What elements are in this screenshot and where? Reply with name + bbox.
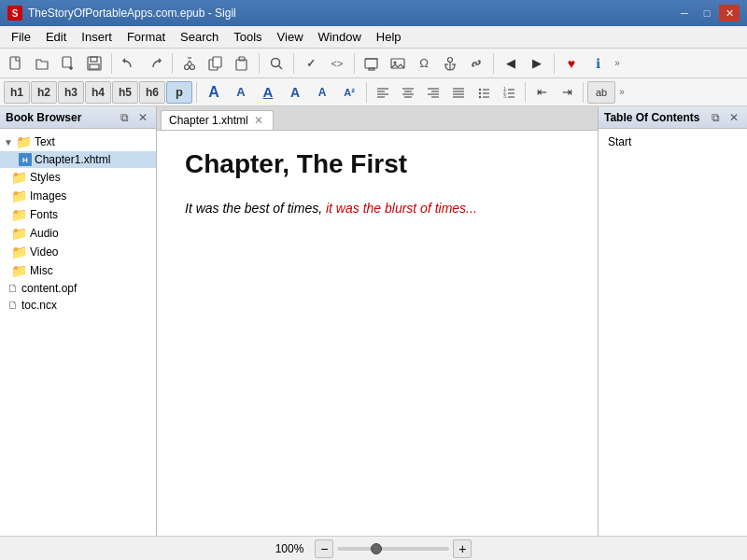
- svg-point-16: [272, 58, 280, 66]
- svg-line-17: [278, 65, 282, 69]
- find-button[interactable]: [264, 51, 289, 76]
- h1-button[interactable]: h1: [4, 81, 30, 104]
- zoom-in-button[interactable]: +: [453, 539, 472, 558]
- format-toolbar-more[interactable]: »: [616, 87, 627, 97]
- book-browser-float-button[interactable]: ⧉: [118, 110, 132, 125]
- maximize-button[interactable]: □: [697, 5, 717, 21]
- menu-format[interactable]: Format: [120, 28, 173, 46]
- h3-button[interactable]: h3: [58, 81, 84, 104]
- tab-close-button[interactable]: ✕: [252, 114, 265, 127]
- zoom-slider[interactable]: [337, 547, 449, 551]
- editor-tab-chapter1[interactable]: Chapter 1.xhtml ✕: [161, 110, 274, 130]
- menu-tools[interactable]: Tools: [226, 28, 269, 46]
- open-button[interactable]: [30, 51, 54, 76]
- toc-header: Table Of Contents ⧉ ✕: [599, 106, 747, 129]
- align-center-button[interactable]: [396, 81, 420, 104]
- font-larger-button[interactable]: A: [201, 81, 227, 104]
- font-subscript-button[interactable]: A: [309, 81, 335, 104]
- tab-bar: Chapter 1.xhtml ✕: [157, 106, 598, 131]
- font-superscript-button[interactable]: A²: [336, 81, 362, 104]
- separator: [111, 53, 112, 74]
- tree-folder-fonts[interactable]: 📁 Fonts: [0, 205, 156, 224]
- folder-icon: 📁: [16, 134, 32, 149]
- tree-folder-images[interactable]: 📁 Images: [0, 187, 156, 205]
- separator: [172, 53, 173, 74]
- redo-button[interactable]: [143, 51, 167, 76]
- tree-folder-audio-label: Audio: [30, 227, 59, 240]
- tree-item-chapter1[interactable]: H Chapter1.xhtml: [0, 151, 156, 168]
- menu-help[interactable]: Help: [369, 28, 409, 46]
- back-button[interactable]: ◀: [499, 51, 523, 76]
- tree-folder-styles[interactable]: 📁 Styles: [0, 168, 156, 187]
- image-button[interactable]: [386, 51, 410, 76]
- code-view-button[interactable]: <>: [325, 51, 349, 76]
- link-button[interactable]: [464, 51, 488, 76]
- book-browser-close-button[interactable]: ✕: [135, 110, 150, 125]
- tree-folder-fonts-label: Fonts: [30, 208, 58, 221]
- tree-folder-audio[interactable]: 📁 Audio: [0, 224, 156, 243]
- paragraph-button[interactable]: p: [166, 81, 192, 104]
- toolbar-more[interactable]: »: [612, 58, 623, 68]
- forward-button[interactable]: ▶: [525, 51, 549, 76]
- match-case-button[interactable]: ab: [587, 81, 615, 104]
- toc-title: Table Of Contents: [604, 111, 699, 124]
- add-button[interactable]: [56, 51, 80, 76]
- tree-root-text[interactable]: ▼ 📁 Text: [0, 133, 156, 151]
- separator: [354, 53, 355, 74]
- menu-insert[interactable]: Insert: [74, 28, 120, 46]
- indent-button[interactable]: ⇥: [555, 81, 579, 104]
- menu-edit[interactable]: Edit: [38, 28, 74, 46]
- toc-float-button[interactable]: ⧉: [709, 110, 723, 125]
- zoom-out-button[interactable]: −: [315, 539, 333, 558]
- font-strikethrough-button[interactable]: A: [282, 81, 308, 104]
- tree-folder-video[interactable]: 📁 Video: [0, 243, 156, 261]
- separator: [554, 53, 555, 74]
- h5-button[interactable]: h5: [112, 81, 138, 104]
- svg-point-22: [394, 61, 397, 63]
- heart-button[interactable]: ♥: [559, 51, 584, 76]
- toc-close-button[interactable]: ✕: [726, 110, 741, 125]
- toc-panel: Table Of Contents ⧉ ✕ Start: [598, 106, 747, 536]
- minimize-button[interactable]: ─: [674, 5, 695, 21]
- font-underline-button[interactable]: A: [255, 81, 281, 104]
- cut-button[interactable]: [177, 51, 202, 76]
- menu-view[interactable]: View: [270, 28, 311, 46]
- h2-button[interactable]: h2: [31, 81, 57, 104]
- copy-button[interactable]: [204, 51, 228, 76]
- svg-point-8: [190, 64, 195, 69]
- close-button[interactable]: ✕: [719, 5, 740, 21]
- menu-search[interactable]: Search: [173, 28, 226, 46]
- align-justify-button[interactable]: [446, 81, 471, 104]
- undo-button[interactable]: [117, 51, 141, 76]
- editor-content[interactable]: Chapter, The First It was the best of ti…: [157, 131, 598, 536]
- menu-file[interactable]: File: [4, 28, 38, 46]
- special-char-button[interactable]: Ω: [412, 51, 436, 76]
- tree-item-content-opf[interactable]: 🗋 content.opf: [0, 280, 156, 297]
- preview-button[interactable]: [359, 51, 384, 76]
- align-right-button[interactable]: [421, 81, 445, 104]
- font-smaller-button[interactable]: A: [228, 81, 254, 104]
- toc-item-start[interactable]: Start: [602, 133, 743, 151]
- list-unordered-button[interactable]: [472, 81, 496, 104]
- editor-area: Chapter 1.xhtml ✕ Chapter, The First It …: [157, 106, 598, 536]
- book-browser-title: Book Browser: [6, 111, 81, 124]
- save-button[interactable]: [82, 51, 106, 76]
- paste-button[interactable]: [230, 51, 254, 76]
- outdent-button[interactable]: ⇤: [529, 81, 554, 104]
- tree-item-toc-ncx[interactable]: 🗋 toc.ncx: [0, 297, 156, 314]
- h6-button[interactable]: h6: [139, 81, 165, 104]
- tree-arrow-icon: ▼: [4, 137, 13, 147]
- spellcheck-button[interactable]: ✓: [299, 51, 323, 76]
- chapter-paragraph: It was the best of times, it was the blu…: [185, 198, 570, 218]
- folder-icon: 📁: [11, 245, 27, 259]
- align-left-button[interactable]: [371, 81, 395, 104]
- tree-folder-misc[interactable]: 📁 Misc: [0, 261, 156, 280]
- h4-button[interactable]: h4: [85, 81, 111, 104]
- new-button[interactable]: [4, 51, 28, 76]
- list-ordered-button[interactable]: 1.2.3.: [497, 81, 521, 104]
- info-button[interactable]: ℹ: [585, 51, 610, 76]
- anchor-button[interactable]: [438, 51, 462, 76]
- menu-window[interactable]: Window: [311, 28, 369, 46]
- svg-rect-18: [365, 59, 377, 68]
- svg-point-43: [479, 88, 481, 90]
